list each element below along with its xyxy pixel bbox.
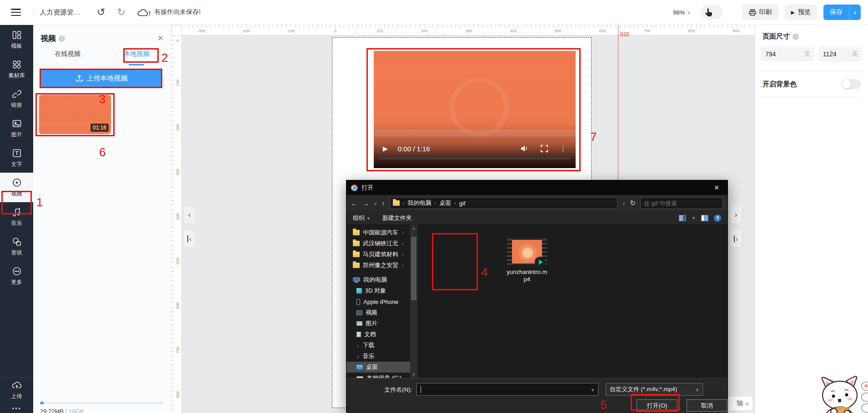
new-folder-button[interactable]: 新建文件夹 [382, 214, 412, 222]
place-desktop[interactable]: 桌面 [346, 362, 410, 373]
open-button[interactable]: 打开(O) [637, 399, 677, 412]
page-height-field[interactable]: 高 [818, 46, 863, 62]
pinned-folder[interactable]: 中国能源汽车⨟︎ [346, 227, 410, 238]
play-icon[interactable]: ▶ [383, 145, 388, 152]
zoom-control[interactable]: 98% ∨ [673, 9, 690, 16]
page-height-input[interactable] [823, 50, 851, 58]
breadcrumb-field[interactable]: › 我的电脑 › 桌面 › gif [390, 197, 617, 209]
video-panel: 视频 i ✕ 在线视频 本地视频 上传本地视频 01:16 29.72MB / … [33, 25, 171, 413]
redo-icon[interactable]: ↻ [117, 7, 125, 17]
place-documents[interactable]: 文档 [346, 329, 410, 340]
view-mode-icon[interactable] [679, 215, 686, 221]
folder-tree-scrollbar[interactable]: ∧ ∨ [410, 225, 417, 378]
sidebar-item-assets[interactable]: 素材库 [0, 55, 33, 84]
rail-label: 模板 [11, 42, 22, 50]
pinned-folder[interactable]: 马贝建筑材料⨟︎ [346, 249, 410, 260]
collapse-chevrons-icon: « [745, 400, 749, 407]
dialog-search-input[interactable] [644, 200, 724, 207]
organize-menu[interactable]: 组织 ▼ [353, 214, 371, 222]
history-chevron-icon[interactable]: ∨ [374, 201, 377, 206]
up-arrow-icon[interactable]: ↑ [381, 199, 385, 207]
preview-pane-icon[interactable] [701, 215, 708, 221]
image-icon [12, 119, 22, 129]
help-icon[interactable]: ? [714, 214, 721, 222]
refresh-icon[interactable]: ↻ [630, 199, 636, 207]
filename-input[interactable]: ∨ [416, 383, 598, 396]
canvas-video-player[interactable]: ▶ 0:00 / 1:16 ⋮ [374, 51, 576, 168]
sidebar-item-shape[interactable]: 形状 [0, 232, 33, 261]
breadcrumb-item[interactable]: 桌面 [439, 199, 451, 207]
page-width-field[interactable]: 宽 [761, 46, 815, 62]
volume-icon[interactable] [521, 145, 529, 152]
save-button[interactable]: 保存 ∨ [823, 5, 861, 20]
phone-icon [356, 299, 360, 305]
breadcrumb-item[interactable]: 我的电脑 [408, 199, 431, 207]
last-page-arrow[interactable]: › [730, 229, 742, 248]
sidebar-item-upload[interactable]: 上传 [0, 377, 33, 405]
breadcrumb-item[interactable]: gif [459, 200, 466, 207]
menu-icon[interactable] [11, 9, 21, 16]
filetype-select[interactable]: 自定义文件 (*.m4v;*.mp4) ∨ [606, 383, 703, 396]
pinned-folder[interactable]: 郑州豫之安贸⨟︎ [346, 260, 410, 271]
close-icon[interactable]: ✕ [157, 34, 164, 43]
place-pictures[interactable]: 图片 [346, 318, 410, 329]
divider [34, 7, 34, 17]
sidebar-item-more[interactable]: 更多 [0, 261, 33, 291]
upload-local-video-button[interactable]: 上传本地视频 [40, 69, 162, 87]
first-page-arrow[interactable]: ‹ [183, 229, 196, 248]
place-music[interactable]: ♪ 音乐 [346, 351, 410, 362]
cancel-button[interactable]: 取消 [687, 399, 728, 412]
sidebar-item-template[interactable]: 模板 [0, 25, 33, 55]
width-unit-label: 宽 [804, 50, 810, 58]
dialog-titlebar[interactable]: 打开 ✕ [346, 180, 728, 195]
forward-arrow-icon[interactable]: → [362, 199, 369, 207]
canvas-guide-line [618, 25, 618, 180]
scrollbar-thumb[interactable] [411, 237, 416, 300]
sidebar-item-music[interactable]: 音乐 [0, 202, 33, 232]
background-color-toggle[interactable] [842, 79, 861, 89]
place-apple-iphone[interactable]: Apple iPhone [346, 296, 410, 307]
sidebar-item-image[interactable]: 图片 [0, 114, 33, 143]
place-downloads[interactable]: ↓ 下载 [346, 340, 410, 351]
assistant-toggle[interactable] [701, 5, 722, 20]
save-options-chevron-icon[interactable]: ∨ [849, 5, 861, 20]
sidebar-item-text[interactable]: 文字 [0, 143, 33, 173]
chevron-right-icon: › [454, 200, 456, 206]
pin-icon: ⨟︎ [401, 230, 405, 235]
text-icon [12, 148, 22, 158]
place-this-pc[interactable]: 我的电脑 [346, 274, 410, 285]
divider [761, 97, 863, 97]
print-button[interactable]: 印刷 [743, 5, 778, 20]
preview-button[interactable]: ▶ 预览 [785, 5, 817, 20]
document-title[interactable]: 人力资源管理... [40, 8, 85, 17]
tab-online-video[interactable]: 在线视频 [33, 50, 102, 65]
file-item-video[interactable]: yunzhanintro.m p4 [507, 239, 547, 283]
place-local-disk-c[interactable]: 本地磁盘 (C:) [346, 373, 410, 378]
timeline-collapse-button[interactable]: 轴 « [726, 396, 753, 411]
fullscreen-icon[interactable] [541, 145, 548, 152]
place-videos[interactable]: 视频 [346, 307, 410, 318]
chevron-down-icon[interactable]: ∨ [591, 387, 594, 392]
video-progressbar[interactable] [378, 157, 571, 159]
close-icon[interactable]: ✕ [710, 184, 723, 191]
place-3d-objects[interactable]: 3D 对象 [346, 285, 410, 296]
view-chevron-icon[interactable]: ▼ [692, 216, 696, 220]
pinned-folder[interactable]: 武汉钢铁江北⨟︎ [346, 238, 410, 249]
kebab-menu-icon[interactable]: ⋮ [560, 144, 567, 153]
rail-label: 图片 [11, 131, 22, 139]
video-thumbnail[interactable]: 01:16 [39, 95, 111, 134]
dialog-search-field[interactable] [640, 197, 723, 209]
cat-mascot[interactable] [813, 375, 868, 413]
tab-local-video[interactable]: 本地视频 [102, 50, 171, 65]
storage-used: 29.72MB [40, 408, 64, 413]
sidebar-item-link[interactable]: 链接 [0, 84, 33, 114]
sidebar-item-video[interactable]: 视频 [0, 173, 33, 202]
address-chevron-icon[interactable]: ∨ [622, 201, 625, 206]
next-page-arrow[interactable]: › [730, 206, 742, 224]
page-size-title: 页面尺寸 [763, 32, 790, 41]
prev-page-arrow[interactable]: ‹ [183, 206, 196, 224]
undo-icon[interactable]: ↺ [97, 7, 105, 17]
back-arrow-icon[interactable]: ← [351, 199, 358, 207]
file-list-area[interactable]: yunzhanintro.m p4 [417, 225, 728, 378]
page-width-input[interactable] [765, 50, 793, 58]
